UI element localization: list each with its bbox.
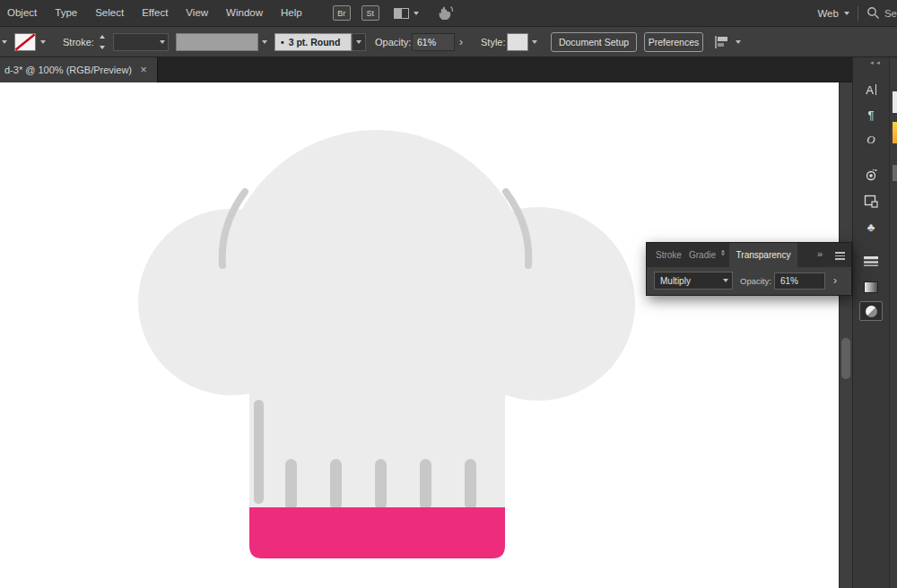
- stepper-icon: [720, 249, 726, 256]
- panel-tab-header: Stroke Gradie Transparency »: [647, 243, 851, 267]
- text-cursor-icon: [875, 84, 876, 95]
- divider: [858, 6, 858, 21]
- appearance-panel-icon: [864, 169, 878, 182]
- width-profile-dropdown[interactable]: [176, 33, 258, 51]
- opacity-label: Opacity:: [375, 37, 411, 48]
- chevron-down-icon[interactable]: [532, 40, 537, 44]
- arrange-icon[interactable]: [712, 35, 732, 49]
- document-tab[interactable]: d-3* @ 100% (RGB/Preview) ×: [0, 57, 158, 82]
- panel-opacity-expand-button[interactable]: ›: [833, 275, 837, 286]
- collapse-panels-icon[interactable]: ◄◄: [869, 60, 882, 65]
- menu-select[interactable]: Select: [86, 0, 133, 27]
- symbols-panel-icon: ♣: [867, 220, 875, 234]
- opacity-expand-button[interactable]: ›: [459, 37, 463, 48]
- tab-transparency[interactable]: Transparency: [729, 243, 797, 267]
- transparency-panel-body: Multiply Opacity: ›: [647, 267, 851, 297]
- chef-hat-body[interactable]: [138, 130, 635, 508]
- stroke-panel-button[interactable]: [853, 250, 889, 272]
- chevron-down-icon[interactable]: [736, 40, 741, 44]
- close-icon[interactable]: ×: [135, 57, 152, 82]
- style-label: Style:: [481, 37, 506, 48]
- panel-opacity-label: Opacity:: [740, 276, 771, 286]
- step-down-icon[interactable]: [100, 46, 105, 49]
- brush-preview-dot: •: [281, 37, 284, 48]
- gradient-panel-icon: [864, 281, 878, 293]
- character-panel-icon: A: [866, 83, 874, 97]
- brush-dropdown-arrow[interactable]: [352, 33, 366, 51]
- panel-opacity-input[interactable]: [774, 272, 825, 290]
- brush-name: 3 pt. Round: [289, 37, 341, 48]
- appearance-panel-button[interactable]: [853, 164, 889, 186]
- illustrator-window: Object Type Select Effect View Window He…: [0, 0, 897, 588]
- tab-gradient[interactable]: Gradie: [689, 250, 716, 260]
- secondary-dock-sliver: [889, 57, 897, 588]
- panel-dock: ◄◄ A ¶ O ♣: [852, 57, 897, 588]
- search-icon[interactable]: [867, 6, 880, 20]
- vertical-scrollbar[interactable]: [839, 82, 852, 588]
- chevron-down-icon: [160, 40, 165, 44]
- symbols-panel-button[interactable]: ♣: [853, 216, 889, 238]
- stroke-weight-stepper[interactable]: [97, 35, 108, 49]
- chevron-down-icon: [723, 279, 728, 282]
- chevron-down-icon[interactable]: [262, 40, 267, 44]
- document-title: d-3* @ 100% (RGB/Preview): [0, 65, 135, 75]
- artboard-canvas[interactable]: [0, 82, 839, 588]
- menu-object[interactable]: Object: [0, 0, 46, 27]
- blend-mode-value: Multiply: [660, 276, 691, 286]
- chevron-down-icon[interactable]: [2, 40, 7, 44]
- opacity-input[interactable]: [412, 33, 455, 51]
- opentype-panel-button[interactable]: O: [853, 129, 889, 151]
- workspace-switcher[interactable]: Web: [817, 8, 838, 19]
- paragraph-panel-button[interactable]: ¶: [853, 104, 889, 125]
- document-setup-button[interactable]: Document Setup: [551, 32, 637, 52]
- graphic-style-swatch[interactable]: [507, 33, 528, 51]
- paragraph-panel-icon: ¶: [868, 108, 875, 122]
- tab-overflow-icon[interactable]: »: [817, 248, 823, 259]
- menu-type[interactable]: Type: [46, 0, 86, 27]
- menu-effect[interactable]: Effect: [133, 0, 177, 27]
- tab-stroke[interactable]: Stroke: [656, 250, 682, 260]
- arrange-documents-icon[interactable]: [394, 8, 409, 19]
- opentype-panel-icon: O: [867, 133, 875, 147]
- transparency-panel-button[interactable]: [853, 300, 889, 322]
- stroke-weight-dropdown[interactable]: [113, 33, 169, 51]
- chevron-down-icon[interactable]: [844, 12, 849, 15]
- chef-hat-artwork[interactable]: [0, 82, 839, 588]
- artboards-panel-icon: [864, 195, 878, 208]
- clipped-panel-icon[interactable]: [893, 91, 897, 113]
- fill-none-swatch[interactable]: [14, 33, 36, 51]
- stroke-label: Stroke:: [63, 37, 94, 48]
- document-tab-bar: d-3* @ 100% (RGB/Preview) ×: [0, 57, 852, 82]
- character-panel-button[interactable]: A: [853, 79, 889, 100]
- clipped-swatches-icon[interactable]: [893, 122, 897, 143]
- stock-button[interactable]: St: [361, 5, 379, 21]
- chevron-down-icon[interactable]: [414, 12, 419, 15]
- touch-workspace-icon[interactable]: [435, 5, 455, 21]
- brush-definition-dropdown[interactable]: • 3 pt. Round: [274, 33, 352, 51]
- preferences-button[interactable]: Preferences: [644, 32, 703, 52]
- menu-window[interactable]: Window: [217, 0, 272, 27]
- selected-panel-frame: [859, 301, 883, 321]
- artboards-panel-button[interactable]: [853, 190, 889, 212]
- search-input[interactable]: Se: [884, 8, 897, 19]
- control-bar: Stroke: • 3 pt. Round Opacity: › Style: …: [0, 27, 897, 57]
- transparency-panel: Stroke Gradie Transparency » Multiply Op…: [646, 242, 852, 296]
- blend-mode-dropdown[interactable]: Multiply: [654, 272, 733, 290]
- menubar-right-group: Web Se: [817, 6, 897, 21]
- chevron-down-icon: [356, 40, 361, 44]
- bridge-button[interactable]: Br: [333, 5, 351, 21]
- chevron-down-icon[interactable]: [40, 40, 46, 44]
- menu-help[interactable]: Help: [272, 0, 311, 27]
- transparency-panel-icon: [866, 306, 877, 317]
- scrollbar-thumb[interactable]: [841, 338, 850, 379]
- stroke-panel-icon: [864, 255, 878, 267]
- clipped-panel-icon[interactable]: [893, 165, 897, 181]
- menubar: Object Type Select Effect View Window He…: [0, 0, 897, 27]
- chef-hat-band[interactable]: [249, 507, 505, 558]
- step-up-icon[interactable]: [100, 35, 105, 39]
- gradient-panel-button[interactable]: [853, 276, 889, 298]
- panel-menu-icon[interactable]: [835, 252, 845, 262]
- menu-view[interactable]: View: [177, 0, 217, 27]
